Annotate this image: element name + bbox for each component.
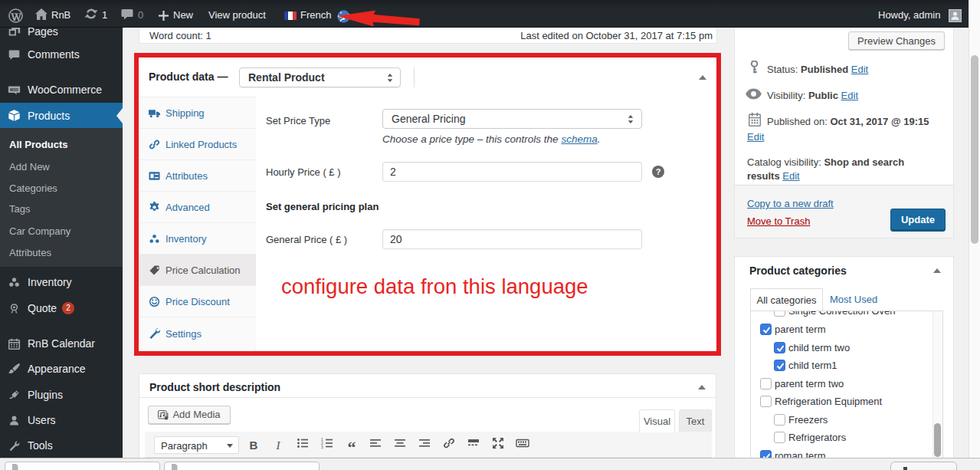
svg-text:WOO: WOO — [10, 87, 19, 91]
svg-text:3: 3 — [321, 445, 323, 449]
